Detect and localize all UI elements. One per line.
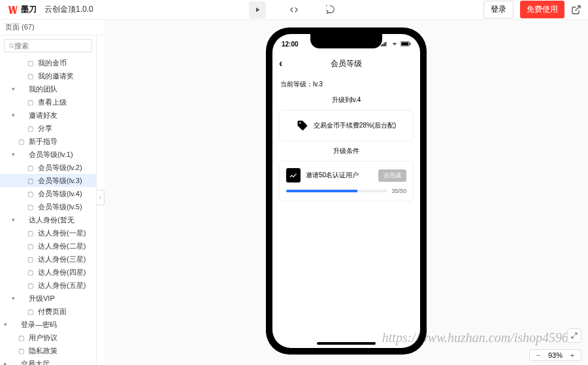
task-action-button[interactable]: 去完成: [378, 169, 406, 182]
tree-item[interactable]: ▢用户协议: [0, 331, 96, 344]
tree-item[interactable]: ▸交易大厅: [0, 357, 96, 365]
code-icon: [289, 5, 299, 14]
tree-item[interactable]: ▢达人身份(四星): [0, 266, 96, 279]
task-text: 邀请50名认证用户: [306, 171, 373, 180]
tree-label: 分享: [38, 124, 52, 133]
free-use-button[interactable]: 免费使用: [520, 1, 564, 18]
page-icon: ▢: [27, 60, 35, 67]
page-tree: ▢我的金币▢我的邀请奖▾我的团队▢查看上级▾邀请好友▢分享▢新手指导▾会员等级(…: [0, 56, 96, 365]
chevron-down-icon: ▾: [12, 217, 18, 223]
benefit-card: 交易金币手续费28%(后台配): [279, 110, 414, 141]
conditions-title: 升级条件: [279, 147, 414, 156]
task-icon-box: [286, 168, 301, 182]
svg-rect-8: [382, 44, 384, 46]
current-level: 当前等级：lv.3: [280, 80, 412, 89]
expand-button[interactable]: [567, 328, 581, 343]
play-icon: [253, 6, 261, 14]
tree-label: 会员等级(lv.2): [38, 163, 82, 173]
sidebar: ▢我的金币▢我的邀请奖▾我的团队▢查看上级▾邀请好友▢分享▢新手指导▾会员等级(…: [0, 35, 97, 365]
comment-button[interactable]: [322, 1, 339, 18]
status-time: 12:00: [282, 41, 299, 48]
chevron-down-icon: ▾: [12, 86, 18, 92]
tree-item[interactable]: ▢我的金币: [0, 56, 96, 69]
external-link-icon[interactable]: [571, 5, 581, 15]
phone-screen: 12:00 ‹ 会员等级 当前等级：lv.3 升级到lv.4 交易金币手续费28…: [272, 34, 420, 348]
topbar-right: 登录 免费使用: [483, 1, 581, 18]
tree-label: 会员等级(lv.3): [38, 176, 82, 186]
progress-bar: [286, 190, 387, 192]
tree-item[interactable]: ▾升级VIP: [0, 292, 96, 305]
tree-label: 会员等级(lv.4): [38, 189, 82, 199]
tree-label: 我的团队: [29, 84, 57, 94]
comment-icon: [326, 5, 335, 14]
tree-item[interactable]: ▢会员等级(lv.5): [0, 200, 96, 213]
screen-body: 当前等级：lv.3 升级到lv.4 交易金币手续费28%(后台配) 升级条件 邀…: [272, 73, 420, 205]
tree-item[interactable]: ▢分享: [0, 122, 96, 135]
tree-item[interactable]: ▢我的邀请奖: [0, 69, 96, 82]
svg-rect-9: [384, 43, 385, 46]
topbar-center-tools: [249, 1, 339, 18]
page-icon: ▢: [27, 243, 35, 250]
tree-item[interactable]: ▢新手指导: [0, 135, 96, 148]
zoom-value: 93%: [548, 351, 563, 359]
tree-item[interactable]: ▢达人身份(五星): [0, 279, 96, 292]
tree-item[interactable]: ▾达人身份(暂无: [0, 213, 96, 226]
phone-frame: 12:00 ‹ 会员等级 当前等级：lv.3 升级到lv.4 交易金币手续费28…: [266, 27, 427, 355]
tree-item[interactable]: ▢达人身份(一星): [0, 226, 96, 239]
canvas[interactable]: 12:00 ‹ 会员等级 当前等级：lv.3 升级到lv.4 交易金币手续费28…: [105, 20, 588, 365]
search-box[interactable]: [4, 39, 92, 52]
page-icon: ▢: [27, 73, 35, 80]
back-button[interactable]: ‹: [279, 58, 282, 69]
page-icon: ▢: [27, 125, 35, 132]
tree-item[interactable]: ▢付费页面: [0, 305, 96, 318]
logo[interactable]: 墨刀: [7, 4, 37, 16]
progress-row: 35/50: [286, 188, 406, 194]
tree-label: 达人身份(一星): [38, 228, 86, 238]
chevron-down-icon: ▾: [12, 151, 18, 158]
tree-label: 登录—密码: [21, 320, 57, 330]
tree-item[interactable]: ▢会员等级(lv.4): [0, 187, 96, 200]
page-icon: ▢: [27, 203, 35, 211]
tree-item[interactable]: ▢会员等级(lv.3): [0, 174, 96, 187]
page-icon: ▢: [27, 256, 35, 263]
tree-item[interactable]: ▾登录—密码: [0, 318, 96, 331]
phone-notch: [310, 34, 382, 48]
tree-label: 交易大厅: [21, 359, 50, 366]
chevron-down-icon: ▸: [4, 360, 10, 365]
login-button[interactable]: 登录: [483, 1, 514, 18]
tree-item[interactable]: ▢达人身份(二星): [0, 239, 96, 252]
tree-item[interactable]: ▢查看上级: [0, 96, 96, 109]
page-icon: ▢: [27, 282, 35, 289]
tree-label: 用户协议: [29, 333, 57, 343]
tree-item[interactable]: ▾会员等级(lv.1): [0, 148, 96, 161]
pages-count: 页面 (67): [5, 22, 35, 32]
tree-label: 升级VIP: [29, 294, 55, 304]
tree-item[interactable]: ▾我的团队: [0, 82, 96, 96]
page-icon: ▢: [27, 190, 35, 198]
expand-icon: [570, 332, 578, 339]
search-input[interactable]: [14, 42, 88, 50]
zoom-in-button[interactable]: +: [568, 351, 577, 359]
chevron-down-icon: ▾: [12, 295, 18, 302]
search-icon: [8, 43, 14, 49]
tree-item[interactable]: ▢隐私政策: [0, 344, 96, 357]
tree-label: 我的金币: [38, 58, 67, 68]
page-icon: ▢: [27, 269, 35, 276]
play-button[interactable]: [249, 1, 266, 18]
tree-label: 达人身份(三星): [38, 254, 86, 264]
progress-text: 35/50: [391, 188, 406, 194]
tree-label: 新手指导: [29, 137, 57, 147]
status-indicators: [381, 41, 411, 46]
svg-rect-13: [410, 43, 410, 45]
sidebar-collapse-handle[interactable]: ‹: [97, 190, 105, 205]
tree-item[interactable]: ▾邀请好友: [0, 109, 96, 122]
task-card: 邀请50名认证用户 去完成 35/50: [279, 161, 414, 201]
page-icon: ▢: [18, 347, 26, 355]
tree-item[interactable]: ▢达人身份(三星): [0, 252, 96, 266]
zoom-out-button[interactable]: −: [534, 351, 543, 359]
tree-label: 会员等级(lv.5): [38, 202, 82, 212]
tree-item[interactable]: ▢会员等级(lv.2): [0, 161, 96, 174]
code-button[interactable]: [286, 1, 302, 18]
svg-rect-10: [385, 42, 387, 46]
logo-icon: [7, 4, 18, 16]
